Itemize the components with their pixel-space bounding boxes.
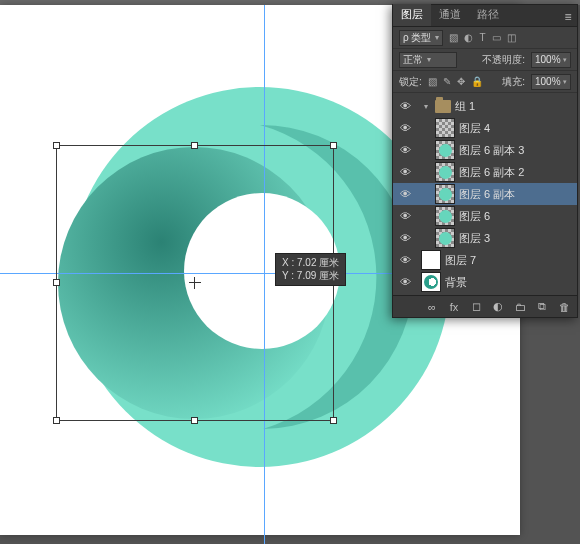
opacity-input[interactable]: 100%▾ <box>531 52 571 68</box>
blend-opacity-row: 正常 ▾ 不透明度: 100%▾ <box>393 49 577 71</box>
layer-row[interactable]: 👁背景 <box>393 271 577 293</box>
layer-thumbnail-icon[interactable] <box>435 184 455 204</box>
tab-layers[interactable]: 图层 <box>393 4 431 26</box>
visibility-toggle-icon[interactable]: 👁 <box>397 142 413 158</box>
layer-row[interactable]: 👁▾组 1 <box>393 95 577 117</box>
filter-type-icon[interactable]: T <box>479 32 485 43</box>
transform-handle-tm[interactable] <box>191 142 198 149</box>
chevron-down-icon: ▾ <box>435 33 439 42</box>
visibility-toggle-icon[interactable]: 👁 <box>397 274 413 290</box>
lock-transparent-icon[interactable]: ▧ <box>428 76 437 87</box>
layer-name[interactable]: 背景 <box>445 275 467 290</box>
link-layers-icon[interactable]: ∞ <box>423 299 441 315</box>
layer-thumbnail-icon[interactable] <box>435 118 455 138</box>
layer-list: 👁▾组 1👁图层 4👁图层 6 副本 3👁图层 6 副本 2👁图层 6 副本👁图… <box>393 93 577 295</box>
layer-mask-icon[interactable]: ◻ <box>467 299 485 315</box>
lock-label: 锁定: <box>399 75 422 89</box>
layer-thumbnail-icon[interactable] <box>435 162 455 182</box>
lock-pixels-icon[interactable]: ✎ <box>443 76 451 87</box>
layer-name[interactable]: 图层 7 <box>445 253 476 268</box>
delete-layer-icon[interactable]: 🗑 <box>555 299 573 315</box>
panel-tabs: 图层 通道 路径 ≡ <box>393 5 577 27</box>
tab-channels[interactable]: 通道 <box>431 4 469 26</box>
filter-smart-icon[interactable]: ◫ <box>507 32 516 43</box>
layer-name[interactable]: 图层 3 <box>459 231 490 246</box>
chevron-down-icon: ▾ <box>427 55 431 64</box>
layer-name[interactable]: 图层 6 <box>459 209 490 224</box>
layer-row[interactable]: 👁图层 4 <box>393 117 577 139</box>
tab-paths[interactable]: 路径 <box>469 4 507 26</box>
layer-thumbnail-icon[interactable] <box>435 140 455 160</box>
layer-row[interactable]: 👁图层 3 <box>393 227 577 249</box>
layer-thumbnail-icon[interactable] <box>421 250 441 270</box>
new-layer-icon[interactable]: ⧉ <box>533 299 551 315</box>
layer-name[interactable]: 图层 6 副本 2 <box>459 165 524 180</box>
visibility-toggle-icon[interactable]: 👁 <box>397 252 413 268</box>
filter-pixel-icon[interactable]: ▧ <box>449 32 458 43</box>
transform-handle-tr[interactable] <box>330 142 337 149</box>
disclosure-arrow-icon[interactable]: ▾ <box>421 102 431 111</box>
visibility-toggle-icon[interactable]: 👁 <box>397 98 413 114</box>
blend-mode-select[interactable]: 正常 ▾ <box>399 52 457 68</box>
panel-menu-icon[interactable]: ≡ <box>559 8 577 26</box>
layer-row[interactable]: 👁图层 6 副本 2 <box>393 161 577 183</box>
fill-input[interactable]: 100%▾ <box>531 74 571 90</box>
layers-panel: 图层 通道 路径 ≡ ρ 类型 ▾ ▧ ◐ T ▭ ◫ 正常 ▾ 不透明度: 1… <box>392 4 578 318</box>
layer-style-icon[interactable]: fx <box>445 299 463 315</box>
tooltip-x: X : 7.02 厘米 <box>282 257 339 270</box>
filter-shape-icon[interactable]: ▭ <box>492 32 501 43</box>
layer-row[interactable]: 👁图层 6 副本 3 <box>393 139 577 161</box>
folder-icon <box>435 100 451 113</box>
transform-handle-ml[interactable] <box>53 279 60 286</box>
new-group-icon[interactable]: 🗀 <box>511 299 529 315</box>
visibility-toggle-icon[interactable]: 👁 <box>397 164 413 180</box>
panel-footer: ∞ fx ◻ ◐ 🗀 ⧉ 🗑 <box>393 295 577 317</box>
layer-name[interactable]: 图层 6 副本 3 <box>459 143 524 158</box>
lock-position-icon[interactable]: ✥ <box>457 76 465 87</box>
fill-label: 填充: <box>502 75 525 89</box>
layer-thumbnail-icon[interactable] <box>435 206 455 226</box>
layer-filter-type[interactable]: ρ 类型 ▾ <box>399 30 443 46</box>
visibility-toggle-icon[interactable]: 👁 <box>397 186 413 202</box>
layer-row[interactable]: 👁图层 6 副本 <box>393 183 577 205</box>
opacity-label: 不透明度: <box>482 53 525 67</box>
visibility-toggle-icon[interactable]: 👁 <box>397 230 413 246</box>
guide-vertical[interactable] <box>264 5 265 544</box>
adjustment-layer-icon[interactable]: ◐ <box>489 299 507 315</box>
visibility-toggle-icon[interactable]: 👁 <box>397 208 413 224</box>
layer-thumbnail-icon[interactable] <box>421 272 441 292</box>
filter-adjust-icon[interactable]: ◐ <box>464 32 473 43</box>
lock-all-icon[interactable]: 🔒 <box>471 76 483 87</box>
layer-row[interactable]: 👁图层 6 <box>393 205 577 227</box>
layer-filter-row: ρ 类型 ▾ ▧ ◐ T ▭ ◫ <box>393 27 577 49</box>
coordinate-tooltip: X : 7.02 厘米 Y : 7.09 厘米 <box>275 253 346 286</box>
layer-name[interactable]: 组 1 <box>455 99 475 114</box>
tooltip-y: Y : 7.09 厘米 <box>282 270 339 283</box>
transform-handle-bm[interactable] <box>191 417 198 424</box>
layer-name[interactable]: 图层 4 <box>459 121 490 136</box>
lock-fill-row: 锁定: ▧ ✎ ✥ 🔒 填充: 100%▾ <box>393 71 577 93</box>
visibility-toggle-icon[interactable]: 👁 <box>397 120 413 136</box>
transform-handle-tl[interactable] <box>53 142 60 149</box>
transform-handle-bl[interactable] <box>53 417 60 424</box>
layer-thumbnail-icon[interactable] <box>435 228 455 248</box>
layer-name[interactable]: 图层 6 副本 <box>459 187 515 202</box>
transform-handle-br[interactable] <box>330 417 337 424</box>
layer-row[interactable]: 👁图层 7 <box>393 249 577 271</box>
